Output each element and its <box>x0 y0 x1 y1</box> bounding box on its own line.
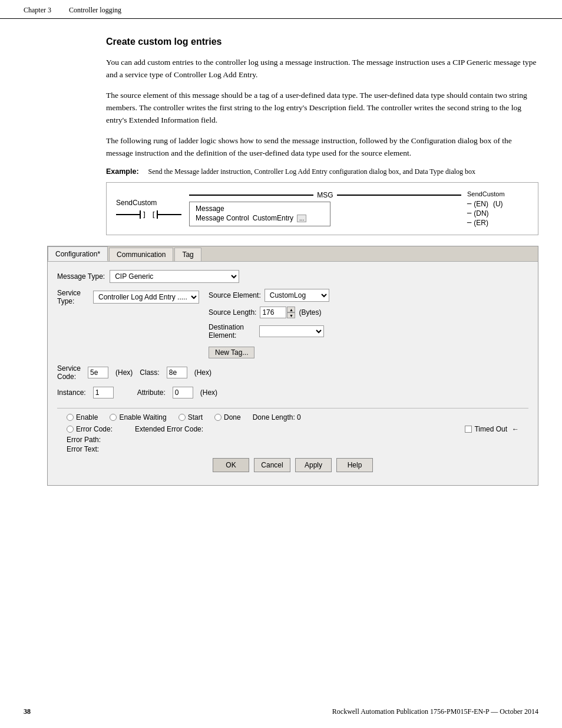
start-radio-label[interactable]: Start <box>178 413 203 421</box>
message-type-label: Message Type: <box>57 272 105 281</box>
error-row: Error Code: Extended Error Code: Timed O… <box>67 425 519 433</box>
publication-info: Rockwell Automation Publication 1756-PM0… <box>332 707 538 716</box>
start-radio[interactable] <box>178 414 186 421</box>
help-button[interactable]: Help <box>336 458 373 472</box>
msg-line-left <box>189 195 313 196</box>
coil-er-row: ─ (ER) <box>467 219 488 227</box>
source-element-select[interactable]: CustomLog <box>265 289 329 302</box>
page-header: Chapter 3 Controller logging <box>0 0 562 19</box>
message-type-select[interactable]: CIP Generic <box>110 270 239 283</box>
er-label: (ER) <box>474 219 488 227</box>
send-custom-right-label: SendCustom <box>467 190 505 197</box>
error-path-label: Error Path: <box>67 436 101 444</box>
dialog-body: Message Type: CIP Generic ServiceType: C… <box>48 262 538 485</box>
error-code-radio[interactable] <box>67 426 74 433</box>
enable-waiting-radio[interactable] <box>110 414 117 421</box>
timed-out-checkbox[interactable] <box>465 426 472 433</box>
msg-line-right <box>337 195 461 196</box>
class-label: Class: <box>140 368 159 377</box>
ladder-line-left <box>116 214 140 215</box>
apply-button[interactable]: Apply <box>295 458 332 472</box>
tab-communication[interactable]: Communication <box>109 248 173 261</box>
error-text-label: Error Text: <box>67 445 99 453</box>
enable-waiting-radio-label[interactable]: Enable Waiting <box>110 413 166 421</box>
timed-out-label-text: Timed Out <box>474 425 507 433</box>
source-element-col: Source Element: CustomLog Source Length:… <box>209 289 329 358</box>
msg-header-line: MSG <box>189 191 461 199</box>
extended-error-label: Extended Error Code: <box>135 425 203 433</box>
done-length-text: Done Length: 0 <box>253 413 301 421</box>
send-custom-left-label: SendCustom <box>116 199 157 207</box>
dialog-bottom-bar: Enable Enable Waiting Start Done Done <box>57 408 528 477</box>
spinner-down[interactable]: ▼ <box>287 312 295 318</box>
spinner-arrows[interactable]: ▲ ▼ <box>287 307 295 318</box>
error-code-label-text: Error Code: <box>76 425 113 433</box>
en-label: (EN) <box>474 200 488 208</box>
service-code-label: ServiceCode: <box>57 364 81 381</box>
custom-entry-text: CustomEntry <box>253 214 293 222</box>
class-hex: (Hex) <box>194 368 211 377</box>
enable-waiting-label-text: Enable Waiting <box>119 413 166 421</box>
chapter-label: Chapter 3 <box>24 6 51 15</box>
error-path-row: Error Path: <box>67 436 519 444</box>
source-length-input[interactable] <box>260 307 286 318</box>
dn-coil-symbol: ─ <box>467 209 471 218</box>
message-control-text: Message Control <box>196 214 249 222</box>
enable-radio-label[interactable]: Enable <box>67 413 98 421</box>
ladder-left: SendCustom ] [ <box>107 199 183 219</box>
contact-symbol: ] [ <box>140 210 158 219</box>
service-type-col: ServiceType: Controller Log Add Entry ..… <box>57 289 199 305</box>
dialog-tabs: Configuration* Communication Tag <box>48 246 538 262</box>
attribute-label: Attribute: <box>137 388 166 397</box>
destination-label: DestinationElement: <box>209 323 256 340</box>
status-row: Enable Enable Waiting Start Done Done <box>67 413 519 421</box>
example-keyword: Example: <box>106 167 139 176</box>
attribute-input[interactable] <box>173 387 193 398</box>
service-code-row: ServiceCode: (Hex) Class: (Hex) <box>57 364 528 381</box>
service-type-select[interactable]: Controller Log Add Entry ...............… <box>93 291 199 304</box>
done-radio-label[interactable]: Done <box>214 413 241 421</box>
page-number: 38 <box>24 707 31 716</box>
tab-configuration[interactable]: Configuration* <box>48 246 108 261</box>
msg-label: MSG <box>313 191 336 199</box>
cancel-button[interactable]: Cancel <box>254 458 290 472</box>
u-label: (U) <box>493 200 503 208</box>
paragraph-1: You can add custom entries to the contro… <box>106 57 538 81</box>
msg-block-control-row: Message Control CustomEntry ... <box>196 214 324 222</box>
enable-radio[interactable] <box>67 414 74 421</box>
msg-dots-button[interactable]: ... <box>297 215 306 222</box>
new-tag-button[interactable]: New Tag... <box>209 347 254 358</box>
done-radio[interactable] <box>214 414 222 421</box>
error-code-radio-label[interactable]: Error Code: <box>67 425 113 433</box>
error-text-row: Error Text: <box>67 445 519 453</box>
example-label-row: Example: Send the Message ladder instruc… <box>106 167 538 176</box>
source-length-unit: (Bytes) <box>299 308 321 317</box>
config-dialog: Configuration* Communication Tag Message… <box>47 246 538 486</box>
destination-select[interactable] <box>259 325 324 337</box>
main-content: Create custom log entries You can add cu… <box>0 19 562 509</box>
service-type-label: ServiceType: <box>57 289 90 305</box>
attribute-hex: (Hex) <box>200 388 217 397</box>
ladder-middle: MSG Message Message Control CustomEntry … <box>189 191 461 226</box>
source-element-label: Source Element: <box>209 291 261 299</box>
section-title: Create custom log entries <box>106 37 538 47</box>
coil-en-row: ─ (EN) (U) <box>467 200 503 208</box>
instance-input[interactable] <box>93 387 114 398</box>
page-footer: 38 Rockwell Automation Publication 1756-… <box>0 707 562 716</box>
spinner-up[interactable]: ▲ <box>287 307 295 312</box>
class-input[interactable] <box>167 367 187 378</box>
msg-block-message-row: Message <box>196 205 324 213</box>
source-length-spinner[interactable]: ▲ ▼ <box>260 307 295 318</box>
source-length-label: Source Length: <box>209 308 256 317</box>
instance-row: Instance: Attribute: (Hex) <box>57 387 528 398</box>
enable-label-text: Enable <box>76 413 98 421</box>
service-code-input[interactable] <box>88 367 108 378</box>
instance-label: Instance: <box>57 388 86 397</box>
tab-tag[interactable]: Tag <box>174 248 201 261</box>
ladder-diagram: SendCustom ] [ MSG Message Message Contr… <box>106 182 538 235</box>
timed-out-checkbox-label[interactable]: Timed Out ← <box>465 425 519 433</box>
done-label-text: Done <box>224 413 241 421</box>
example-description: Send the Message ladder instruction, Con… <box>148 167 476 176</box>
header-title: Controller logging <box>69 6 121 15</box>
ok-button[interactable]: OK <box>213 458 249 472</box>
